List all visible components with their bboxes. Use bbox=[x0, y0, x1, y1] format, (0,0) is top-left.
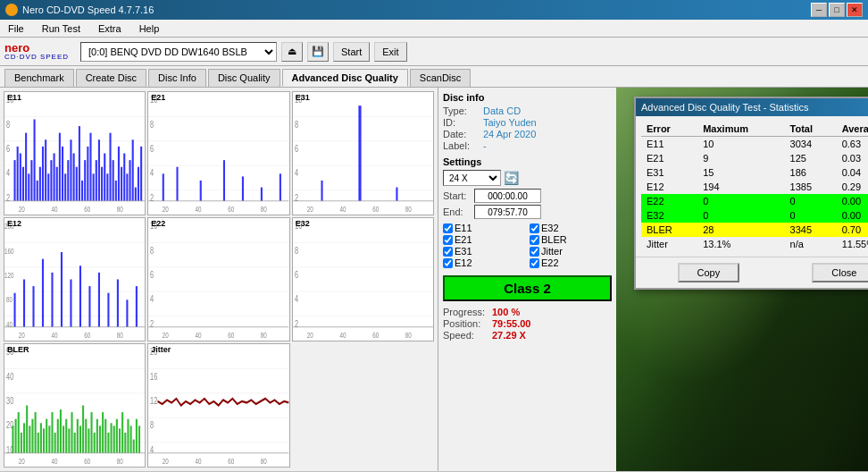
checkbox-e12-input[interactable] bbox=[443, 258, 453, 268]
chart-jitter-label: Jitter bbox=[151, 345, 171, 354]
exit-button[interactable]: Exit bbox=[374, 42, 406, 62]
eject-icon-button[interactable]: ⏏ bbox=[281, 42, 303, 62]
svg-text:8: 8 bbox=[6, 119, 10, 130]
svg-rect-195 bbox=[71, 412, 72, 453]
svg-text:20: 20 bbox=[306, 331, 313, 340]
save-icon-button[interactable]: 💾 bbox=[307, 42, 329, 62]
position-label: Position: bbox=[443, 318, 492, 329]
checkbox-bler[interactable]: BLER bbox=[530, 234, 612, 245]
speed-select[interactable]: 24 X bbox=[443, 170, 501, 186]
checkbox-e21-label: E21 bbox=[455, 234, 472, 245]
svg-rect-79 bbox=[242, 176, 244, 200]
tab-disc-quality[interactable]: Disc Quality bbox=[208, 69, 280, 87]
close-button[interactable]: ✕ bbox=[847, 3, 863, 17]
menu-run-test[interactable]: Run Test bbox=[38, 22, 85, 35]
end-time-input[interactable] bbox=[474, 205, 541, 219]
checkbox-e22-input[interactable] bbox=[530, 258, 539, 268]
progress-row: Progress: 100 % bbox=[443, 307, 612, 317]
table-row: E21 9 125 0.03 bbox=[641, 151, 868, 165]
svg-rect-116 bbox=[23, 280, 25, 327]
svg-rect-59 bbox=[140, 147, 142, 201]
stats-dialog: Advanced Disc Quality Test - Statistics … bbox=[634, 97, 868, 290]
menu-extra[interactable]: Extra bbox=[94, 22, 126, 35]
svg-rect-31 bbox=[62, 147, 63, 201]
disc-type-value: Data CD bbox=[483, 105, 521, 116]
svg-text:20: 20 bbox=[306, 205, 313, 214]
checkbox-e12[interactable]: E12 bbox=[443, 257, 525, 268]
svg-rect-14 bbox=[13, 160, 15, 201]
tab-scan-disc[interactable]: ScanDisc bbox=[410, 69, 471, 87]
svg-text:60: 60 bbox=[84, 457, 91, 466]
svg-text:4: 4 bbox=[295, 168, 298, 179]
svg-text:4: 4 bbox=[150, 294, 154, 305]
svg-rect-121 bbox=[70, 280, 71, 327]
svg-text:4: 4 bbox=[295, 294, 298, 305]
svg-rect-219 bbox=[138, 426, 140, 452]
checkbox-e11[interactable]: E11 bbox=[443, 223, 525, 233]
checkbox-e32-input[interactable] bbox=[530, 223, 539, 233]
svg-text:40: 40 bbox=[196, 331, 203, 340]
svg-text:2: 2 bbox=[6, 192, 10, 203]
svg-text:60: 60 bbox=[228, 205, 235, 214]
svg-rect-191 bbox=[60, 409, 62, 453]
row-e31-label: E31 bbox=[641, 165, 697, 180]
checkbox-e11-input[interactable] bbox=[443, 223, 453, 233]
checkbox-e31[interactable]: E31 bbox=[443, 246, 525, 257]
svg-rect-78 bbox=[223, 160, 225, 201]
svg-rect-213 bbox=[121, 412, 123, 453]
row-e31-max: 15 bbox=[697, 165, 784, 180]
chart-e22: E22 10 8 6 4 2 20 40 60 80 bbox=[147, 217, 289, 341]
checkbox-e32[interactable]: E32 bbox=[530, 223, 612, 233]
svg-text:8: 8 bbox=[150, 245, 154, 256]
checkbox-e21-input[interactable] bbox=[443, 235, 453, 245]
col-maximum: Maximum bbox=[697, 122, 784, 137]
checkbox-e21[interactable]: E21 bbox=[443, 234, 525, 245]
svg-text:80: 80 bbox=[6, 295, 13, 304]
svg-rect-145 bbox=[293, 218, 433, 341]
start-label: Start: bbox=[443, 190, 474, 201]
minimize-button[interactable]: ─ bbox=[811, 3, 827, 17]
tab-benchmark[interactable]: Benchmark bbox=[4, 69, 74, 87]
svg-rect-216 bbox=[130, 426, 132, 452]
svg-text:4: 4 bbox=[150, 168, 154, 179]
speed-icon-button[interactable]: 🔄 bbox=[504, 171, 519, 185]
svg-rect-97 bbox=[358, 105, 361, 201]
menu-file[interactable]: File bbox=[4, 22, 29, 35]
speed-row: 24 X 🔄 bbox=[443, 170, 612, 186]
checkbox-bler-input[interactable] bbox=[530, 235, 539, 245]
svg-rect-53 bbox=[123, 154, 125, 201]
drive-select[interactable]: [0:0] BENQ DVD DD DW1640 BSLB bbox=[80, 42, 277, 62]
disc-date-row: Date: 24 Apr 2020 bbox=[443, 129, 612, 139]
svg-rect-61 bbox=[148, 92, 288, 215]
start-button[interactable]: Start bbox=[333, 42, 370, 62]
row-e21-total: 125 bbox=[785, 151, 837, 165]
checkbox-jitter-input[interactable] bbox=[530, 247, 539, 257]
disc-label-row: Label: - bbox=[443, 140, 612, 151]
tab-advanced-disc-quality[interactable]: Advanced Disc Quality bbox=[282, 69, 408, 87]
close-button-dialog[interactable]: Close bbox=[812, 263, 868, 282]
svg-rect-203 bbox=[94, 433, 96, 453]
tab-disc-info[interactable]: Disc Info bbox=[148, 69, 206, 87]
maximize-button[interactable]: □ bbox=[829, 3, 845, 17]
chart-e12: E12 200 160 120 80 40 20 40 60 80 bbox=[4, 217, 146, 341]
checkbox-e31-input[interactable] bbox=[443, 247, 453, 257]
start-time-input[interactable] bbox=[474, 189, 541, 203]
tab-create-disc[interactable]: Create Disc bbox=[76, 69, 146, 87]
position-value: 79:55.00 bbox=[492, 318, 530, 329]
svg-rect-214 bbox=[124, 433, 126, 453]
checkbox-e22[interactable]: E22 bbox=[530, 257, 612, 268]
copy-button[interactable]: Copy bbox=[678, 263, 740, 282]
svg-rect-181 bbox=[31, 419, 33, 453]
menu-help[interactable]: Help bbox=[135, 22, 164, 35]
svg-rect-177 bbox=[21, 433, 22, 453]
speed-value: 27.29 X bbox=[492, 330, 526, 341]
svg-rect-207 bbox=[104, 419, 106, 453]
svg-rect-22 bbox=[37, 181, 38, 201]
svg-rect-36 bbox=[76, 167, 78, 201]
svg-rect-179 bbox=[26, 406, 28, 453]
svg-rect-76 bbox=[177, 167, 179, 201]
svg-text:6: 6 bbox=[150, 270, 154, 281]
table-row: E22 0 0 0.00 bbox=[641, 194, 868, 208]
svg-rect-46 bbox=[104, 154, 105, 201]
checkbox-jitter[interactable]: Jitter bbox=[530, 246, 612, 257]
